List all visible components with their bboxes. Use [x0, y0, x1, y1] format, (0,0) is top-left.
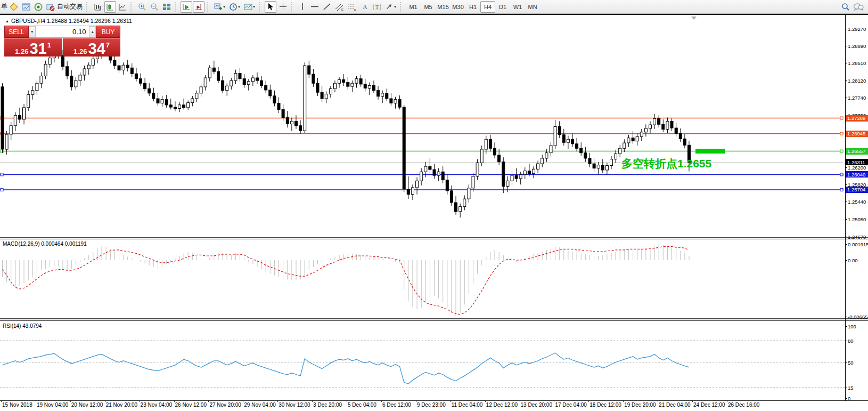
- macd-signal-line: [3, 247, 690, 315]
- volume-input[interactable]: [36, 26, 89, 37]
- candle-body: [48, 58, 51, 65]
- candle-body: [683, 139, 686, 145]
- candle-body: [502, 162, 505, 187]
- time-axis-label[interactable]: 3 Dec 20:00: [313, 402, 342, 408]
- candle-body: [463, 199, 466, 206]
- hline-handle: [840, 150, 843, 152]
- candle-body: [282, 109, 284, 117]
- hline-handle: [840, 173, 843, 176]
- time-axis-tick: [554, 400, 554, 402]
- candle-body: [222, 80, 224, 91]
- candle-body: [66, 67, 69, 76]
- candle-body: [519, 174, 522, 179]
- candle-body: [670, 121, 673, 128]
- candle-body: [1, 87, 4, 149]
- time-axis-label[interactable]: 6 Dec 12:00: [382, 402, 411, 408]
- time-axis-tick: [347, 400, 347, 402]
- ask-quote-tile[interactable]: 1.26347: [63, 38, 120, 57]
- time-axis-label[interactable]: 27 Nov 20:00: [209, 402, 241, 408]
- time-axis-label[interactable]: 30 Nov 12:00: [279, 402, 310, 408]
- time-axis-tick: [451, 400, 451, 402]
- candle-body: [161, 100, 163, 103]
- candle-body: [75, 80, 77, 87]
- candle-body: [537, 164, 539, 169]
- price-line-badge: 1.25704: [846, 187, 868, 193]
- candle-body: [135, 74, 137, 78]
- chart-canvas[interactable]: [0, 0, 868, 411]
- time-axis-label[interactable]: 21 Nov 20:00: [106, 402, 138, 408]
- annotation-text[interactable]: 多空转折点1.2655: [621, 156, 711, 171]
- candle-body: [541, 158, 544, 164]
- highlight-rect: [695, 149, 725, 154]
- candle-body: [251, 78, 254, 82]
- candle-body: [627, 138, 630, 143]
- buy-button[interactable]: BUY: [96, 26, 120, 38]
- time-axis-label[interactable]: 9 Dec 23:00: [417, 402, 446, 408]
- time-axis-label[interactable]: 23 Nov 04:00: [141, 402, 173, 408]
- time-axis-label[interactable]: 21 Dec 04:00: [659, 402, 691, 408]
- candle-body: [31, 91, 34, 95]
- candle-body: [390, 99, 392, 103]
- candle-body: [550, 146, 552, 153]
- rsi-label: RSI(14) 43.0794: [3, 323, 42, 329]
- time-axis-label[interactable]: 26 Dec 16:00: [728, 402, 760, 408]
- rsi-axis-tick: [845, 362, 847, 363]
- chart-title: ▲GBPUSD-,H4 1.26488 1.26494 1.26296 1.26…: [5, 18, 132, 24]
- time-axis-label[interactable]: 11 Dec 04:00: [452, 402, 483, 408]
- price-axis-label: 1.25050: [848, 216, 866, 222]
- chart-shift-marker: [691, 17, 697, 20]
- candle-body: [679, 133, 682, 139]
- rsi-line: [3, 353, 690, 384]
- candle-body: [584, 153, 587, 158]
- time-axis-label[interactable]: 26 Nov 12:00: [175, 402, 207, 408]
- rsi-axis-tick: [845, 388, 847, 388]
- candle-body: [523, 171, 526, 175]
- candle-body: [666, 121, 669, 129]
- candle-body: [295, 121, 298, 126]
- time-axis-label[interactable]: 17 Dec 04:00: [555, 402, 587, 408]
- candle-body: [195, 93, 198, 99]
- time-axis-label[interactable]: 20 Nov 12:00: [71, 402, 103, 408]
- candle-body: [351, 83, 354, 86]
- candle-body: [239, 74, 241, 79]
- candle-body: [174, 107, 176, 109]
- candle-body: [148, 88, 151, 93]
- time-axis-label[interactable]: 12 Dec 12:00: [486, 402, 518, 408]
- candle-body: [394, 100, 397, 103]
- candle-body: [455, 203, 457, 212]
- time-axis-label[interactable]: 19 Nov 04:00: [37, 402, 69, 408]
- candle-body: [489, 139, 492, 148]
- candle-body: [619, 148, 621, 154]
- candle-body: [610, 159, 613, 166]
- price-line-badge: 1.26040: [846, 171, 868, 178]
- candle-body: [92, 59, 94, 65]
- collapse-triangle-icon[interactable]: ▲: [5, 19, 9, 23]
- candle-body: [562, 135, 565, 142]
- candle-body: [169, 105, 172, 107]
- price-axis-tick: [845, 167, 847, 168]
- time-axis-label[interactable]: 29 Nov 04:00: [244, 402, 276, 408]
- bid-quote-tile[interactable]: 1.26311: [4, 38, 62, 57]
- candle-body: [183, 105, 185, 108]
- volume-decrease-button[interactable]: ▼: [29, 26, 36, 37]
- time-axis-label[interactable]: 15 Nov 2018: [2, 402, 32, 408]
- price-axis-tick: [845, 184, 847, 185]
- time-axis-label[interactable]: 24 Dec 12:00: [693, 402, 725, 408]
- price-axis-label: 1.28890: [848, 43, 866, 49]
- candle-body: [364, 84, 366, 88]
- price-axis-tick: [845, 80, 847, 81]
- candle-body: [200, 87, 202, 93]
- time-axis-label[interactable]: 5 Dec 04:00: [348, 402, 376, 408]
- time-axis-label[interactable]: 13 Dec 20:00: [521, 402, 553, 408]
- sell-button[interactable]: SELL: [4, 26, 29, 38]
- candle-body: [373, 85, 375, 90]
- price-axis-tick: [845, 98, 847, 98]
- candle-body: [407, 189, 410, 195]
- time-axis-label[interactable]: 18 Dec 12:00: [589, 402, 621, 408]
- candle-body: [204, 78, 207, 87]
- time-axis-label[interactable]: 19 Dec 20:00: [624, 402, 656, 408]
- rsi-axis-label: 50: [848, 360, 854, 366]
- volume-increase-button[interactable]: ▲: [89, 26, 96, 37]
- hline-handle: [1, 188, 3, 191]
- candle-body: [122, 65, 125, 70]
